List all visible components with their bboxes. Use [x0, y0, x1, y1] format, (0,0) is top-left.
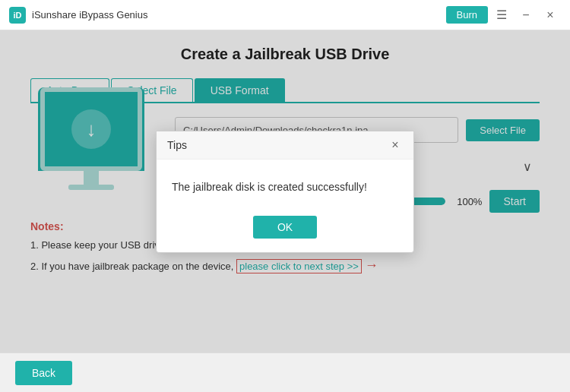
dialog-message: The jailbreak disk is created successful… — [172, 181, 367, 193]
burn-button[interactable]: Burn — [446, 6, 488, 24]
dialog-overlay: Tips × The jailbreak disk is created suc… — [0, 30, 570, 352]
dialog-body: The jailbreak disk is created successful… — [157, 160, 413, 208]
app-title: iSunshare iBypass Genius — [32, 9, 147, 21]
app-icon: iD — [9, 7, 26, 24]
dialog-header: Tips × — [157, 131, 413, 160]
minimize-button[interactable]: − — [515, 5, 537, 26]
menu-button[interactable]: ☰ — [491, 5, 512, 26]
title-bar-left: iD iSunshare iBypass Genius — [9, 7, 147, 24]
back-button[interactable]: Back — [15, 361, 72, 385]
dialog-close-button[interactable]: × — [388, 138, 403, 153]
close-button[interactable]: × — [540, 5, 561, 26]
main-content: Create a Jailbreak USB Drive Auto Burn S… — [0, 30, 570, 352]
dialog-title: Tips — [167, 139, 187, 151]
ok-button[interactable]: OK — [253, 216, 317, 239]
title-bar: iD iSunshare iBypass Genius Burn ☰ − × — [0, 0, 570, 30]
dialog-footer: OK — [157, 208, 413, 252]
tips-dialog: Tips × The jailbreak disk is created suc… — [156, 131, 414, 253]
bottom-bar: Back — [0, 352, 570, 392]
title-bar-right: Burn ☰ − × — [446, 5, 561, 26]
